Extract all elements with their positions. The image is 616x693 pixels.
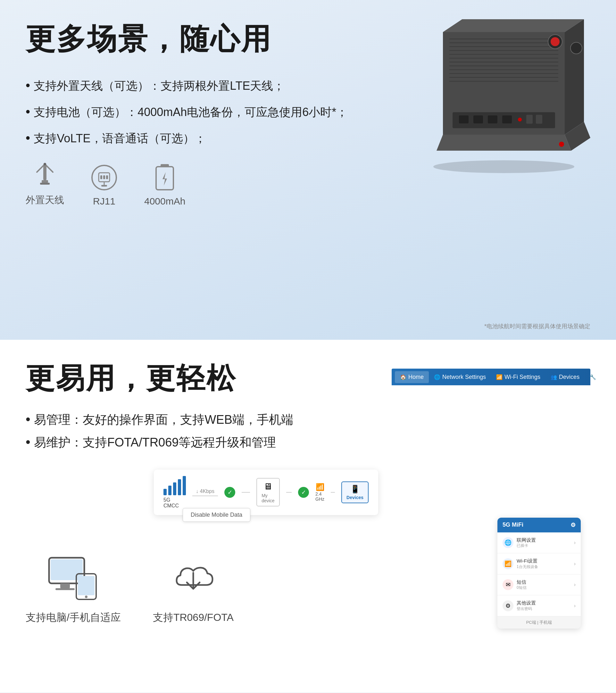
- svg-rect-40: [536, 115, 542, 124]
- signal-section: 5G CMCC: [163, 476, 186, 509]
- svg-rect-20: [449, 46, 558, 47]
- svg-rect-48: [56, 588, 75, 590]
- svg-rect-21: [449, 50, 558, 51]
- disable-mobile-data-button[interactable]: Disable Mobile Data: [183, 508, 250, 522]
- devices-feature-label: 支持电脑/手机自适应: [26, 611, 121, 625]
- svg-rect-27: [449, 73, 558, 74]
- svg-rect-12: [101, 185, 107, 186]
- antenna-icon: [31, 161, 59, 190]
- connector-line-1: [192, 496, 218, 496]
- battery-label: 4000mAh: [144, 196, 185, 207]
- nav-tools[interactable]: 🔧 Tools: [584, 371, 616, 383]
- mobile-menu-left-2: 📶 Wi-Fi设置 1台无线设备: [502, 558, 538, 570]
- mobile-sms-item[interactable]: ✉ 短信 0短信 ›: [497, 574, 581, 596]
- svg-rect-39: [526, 115, 533, 124]
- svg-rect-9: [103, 175, 105, 179]
- settings-menu-title: 其他设置: [517, 600, 536, 606]
- bottom-bullet-1: 易管理：友好的操作界面，支持WEB端，手机端: [26, 408, 590, 431]
- footnote: *电池续航时间需要根据具体使用场景确定: [484, 322, 590, 330]
- signal-bar-4: [178, 479, 181, 495]
- webui-navbar: 🏠 Home 🌐 Network Settings 📶 Wi-Fi Settin…: [392, 369, 590, 385]
- nav-network[interactable]: 🌐 Network Settings: [429, 371, 491, 383]
- connector-line-4: [331, 492, 335, 493]
- antenna-item: 外置天线: [26, 161, 64, 207]
- chevron-icon-4: ›: [574, 603, 576, 609]
- feature-devices: 支持电脑/手机自适应: [26, 553, 121, 625]
- svg-rect-10: [106, 175, 108, 179]
- speed-section: ↓ 4Kbps: [192, 489, 218, 496]
- bottom-bullet-2: 易维护：支持FOTA/TR069等远程升级和管理: [26, 431, 590, 453]
- svg-rect-34: [459, 115, 469, 123]
- mobile-network-item[interactable]: 🌐 联网设置 已插卡 ›: [497, 532, 581, 554]
- mobile-wifi-item[interactable]: 📶 Wi-Fi设置 1台无线设备 ›: [497, 553, 581, 574]
- other-settings-icon: ⚙: [502, 600, 513, 611]
- svg-marker-17: [565, 19, 584, 135]
- nav-wifi-label: Wi-Fi Settings: [504, 374, 540, 380]
- mobile-settings-item[interactable]: ⚙ 其他设置 登出密码 ›: [497, 595, 581, 616]
- svg-rect-4: [40, 183, 50, 185]
- settings-menu-sub: 登出密码: [517, 606, 536, 612]
- svg-rect-23: [449, 58, 558, 59]
- mobile-menu-left-1: 🌐 联网设置 已插卡: [502, 537, 536, 549]
- top-section: 更多场景，随心用 支持外置天线（可选）：支持两根外置LTE天线； 支持电池（可选…: [0, 0, 616, 340]
- nav-tools-label: Tools: [598, 374, 612, 380]
- check-circle-2: ✓: [298, 487, 309, 498]
- device-label: My device: [261, 493, 274, 503]
- webui-mockup: 🏠 Home 🌐 Network Settings 📶 Wi-Fi Settin…: [392, 369, 590, 385]
- devices-label: Devices: [346, 495, 363, 500]
- svg-point-38: [518, 118, 522, 121]
- wifi-menu-title: Wi-Fi设置: [517, 558, 538, 564]
- svg-rect-22: [449, 54, 558, 55]
- svg-point-51: [85, 596, 87, 598]
- chevron-icon-2: ›: [574, 561, 576, 567]
- devices-icon: 👥: [551, 374, 557, 380]
- signal-bar-3: [173, 482, 176, 495]
- tools-icon: 🔧: [590, 374, 596, 380]
- antenna-label: 外置天线: [26, 194, 64, 207]
- svg-point-31: [551, 37, 560, 46]
- mobile-footer-text: PC端 | 手机端: [526, 620, 552, 625]
- connector-line-3: [286, 492, 292, 493]
- settings-icon[interactable]: ⚙: [571, 521, 576, 529]
- nav-wifi[interactable]: 📶 Wi-Fi Settings: [491, 371, 545, 383]
- connector-line-2: [242, 492, 250, 493]
- svg-rect-14: [156, 167, 173, 190]
- svg-rect-0: [43, 164, 46, 180]
- bottom-title: 更易用，更轻松: [26, 359, 237, 398]
- network-menu-title: 联网设置: [517, 537, 536, 543]
- svg-rect-29: [449, 81, 558, 82]
- nav-network-label: Network Settings: [442, 374, 486, 380]
- wifi-label: 2.4 GHz: [315, 491, 324, 502]
- wifi-text-block: Wi-Fi设置 1台无线设备: [517, 558, 538, 570]
- svg-rect-3: [42, 180, 48, 183]
- svg-point-32: [571, 42, 582, 54]
- mobile-title: 5G MiFi: [502, 521, 523, 528]
- nav-devices-label: Devices: [559, 374, 579, 380]
- svg-rect-50: [78, 576, 95, 595]
- signal-bar-1: [163, 489, 167, 495]
- rj11-label: RJ11: [93, 196, 115, 207]
- device-icon: 🖥: [263, 481, 273, 492]
- home-icon: 🏠: [400, 374, 406, 380]
- svg-rect-28: [449, 77, 558, 78]
- bottom-bullet-list: 易管理：友好的操作界面，支持WEB端，手机端 易维护：支持FOTA/TR069等…: [26, 408, 590, 454]
- wifi-setting-icon: 📶: [502, 558, 513, 569]
- disable-btn-label: Disable Mobile Data: [191, 512, 242, 518]
- svg-rect-47: [60, 583, 70, 588]
- svg-marker-15: [443, 19, 584, 32]
- nav-devices[interactable]: 👥 Devices: [545, 371, 584, 383]
- devices-icon-box: 📱: [350, 484, 360, 494]
- mobile-menu-left-4: ⚙ 其他设置 登出密码: [502, 600, 536, 612]
- devices-feature-icon: [47, 553, 99, 604]
- signal-bars: [163, 476, 186, 495]
- svg-rect-35: [473, 115, 483, 123]
- mobile-app-mockup: 5G MiFi ⚙ 🌐 联网设置 已插卡 › 📶 Wi-Fi: [497, 518, 581, 629]
- svg-marker-41: [437, 135, 571, 151]
- cloud-feature-label: 支持TR069/FOTA: [153, 611, 234, 625]
- rj11-item: RJ11: [90, 163, 119, 207]
- wifi-section: 📶 2.4 GHz: [315, 483, 324, 502]
- nav-home-label: Home: [408, 374, 424, 380]
- nav-home[interactable]: 🏠 Home: [395, 371, 429, 383]
- sms-text-block: 短信 0短信: [517, 579, 526, 591]
- speed-label: ↓ 4Kbps: [196, 489, 214, 494]
